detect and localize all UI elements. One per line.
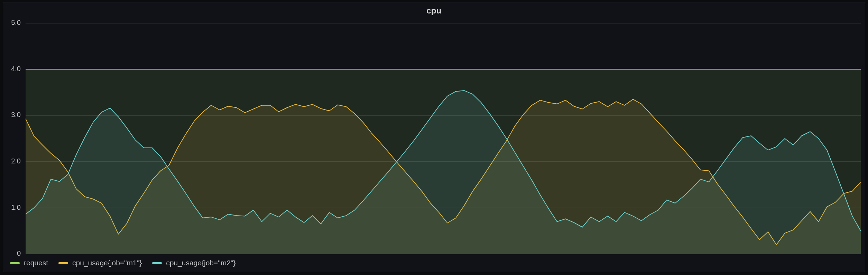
legend-swatch: [152, 262, 162, 264]
chart-svg: 01.02.03.04.05.0: [3, 17, 865, 256]
legend-swatch: [58, 262, 68, 264]
y-tick-label: 4.0: [11, 65, 21, 73]
y-tick-label: 3.0: [11, 111, 21, 118]
chart-title: cpu: [3, 2, 865, 17]
chart-legend: requestcpu_usage{job="m1"}cpu_usage{job=…: [3, 256, 865, 272]
legend-label: cpu_usage{job="m1"}: [72, 259, 142, 267]
y-tick-label: 2.0: [11, 157, 21, 165]
chart-plot-area[interactable]: 01.02.03.04.05.0: [3, 17, 865, 256]
legend-item-m1[interactable]: cpu_usage{job="m1"}: [58, 259, 142, 267]
chart-panel: cpu 01.02.03.04.05.0 requestcpu_usage{jo…: [3, 2, 865, 272]
y-tick-label: 0: [17, 249, 21, 256]
y-tick-label: 5.0: [11, 19, 21, 26]
legend-item-request[interactable]: request: [10, 259, 48, 267]
legend-label: cpu_usage{job="m2"}: [166, 259, 236, 267]
legend-swatch: [10, 262, 20, 264]
legend-item-m2[interactable]: cpu_usage{job="m2"}: [152, 259, 236, 267]
y-tick-label: 1.0: [11, 203, 21, 211]
legend-label: request: [24, 259, 48, 267]
